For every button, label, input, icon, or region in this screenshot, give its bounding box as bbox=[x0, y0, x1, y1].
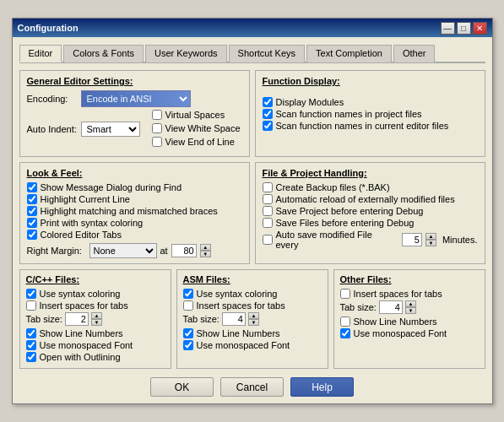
display-modules-row: Display Modules bbox=[263, 97, 478, 107]
window-title: Configuration bbox=[18, 23, 79, 33]
colored-tabs-checkbox[interactable] bbox=[27, 230, 37, 240]
cpp-tab-spin-down[interactable]: ▼ bbox=[91, 319, 102, 326]
cpp-open-outlining-checkbox[interactable] bbox=[26, 352, 36, 362]
other-insert-spaces-checkbox[interactable] bbox=[340, 289, 350, 299]
display-modules-label: Display Modules bbox=[276, 97, 344, 107]
virtual-spaces-checkbox[interactable] bbox=[152, 110, 162, 120]
right-margin-spin-down[interactable]: ▼ bbox=[200, 251, 211, 257]
asm-files-section: ASM Files: Use syntax coloring Insert sp… bbox=[176, 269, 328, 369]
auto-save-checkbox[interactable] bbox=[263, 235, 273, 245]
other-tab-size-input[interactable] bbox=[379, 300, 403, 314]
other-insert-spaces-label: Insert spaces for tabs bbox=[354, 289, 442, 299]
save-project-debug-row: Save Project before entering Debug bbox=[263, 206, 478, 216]
asm-tab-spin-up[interactable]: ▲ bbox=[248, 312, 259, 319]
help-button[interactable]: Help bbox=[290, 377, 354, 397]
other-files-section: Other Files: Insert spaces for tabs Tab … bbox=[333, 269, 485, 369]
right-margin-row: Right Margin: None at ▲ ▼ bbox=[27, 243, 242, 258]
other-tab-spin-down[interactable]: ▼ bbox=[405, 307, 416, 314]
other-tab-spinbuttons: ▲ ▼ bbox=[405, 300, 416, 314]
auto-indent-select[interactable]: Smart bbox=[81, 122, 140, 137]
print-syntax-checkbox[interactable] bbox=[27, 218, 37, 228]
auto-reload-checkbox[interactable] bbox=[263, 194, 273, 204]
other-use-monospaced-label: Use monospaced Font bbox=[354, 328, 447, 338]
view-end-of-line-row: View End of Line bbox=[152, 137, 241, 147]
highlight-current-checkbox[interactable] bbox=[27, 194, 37, 204]
show-message-row: Show Message Dialog during Find bbox=[27, 182, 242, 192]
minimize-button[interactable]: — bbox=[441, 22, 455, 35]
auto-save-spinbuttons: ▲ ▼ bbox=[425, 233, 436, 246]
encoding-select[interactable]: Encode in ANSI bbox=[81, 90, 191, 107]
create-backup-checkbox[interactable] bbox=[263, 182, 273, 192]
close-button[interactable]: ✕ bbox=[473, 22, 487, 35]
asm-syntax-coloring-row: Use syntax coloring bbox=[183, 289, 322, 299]
other-tab-spin-up[interactable]: ▲ bbox=[405, 300, 416, 307]
cpp-tab-spin-up[interactable]: ▲ bbox=[91, 312, 102, 319]
right-margin-select[interactable]: None bbox=[89, 243, 157, 258]
asm-tab-size-label: Tab size: bbox=[183, 314, 219, 324]
highlight-matching-label: Highlight matching and mismatched braces bbox=[41, 206, 218, 216]
cpp-insert-spaces-checkbox[interactable] bbox=[26, 300, 36, 311]
view-end-of-line-label: View End of Line bbox=[165, 137, 235, 147]
save-project-debug-checkbox[interactable] bbox=[263, 206, 273, 216]
right-margin-value[interactable] bbox=[171, 244, 197, 257]
auto-save-minutes-input[interactable] bbox=[402, 233, 422, 246]
asm-use-monospaced-checkbox[interactable] bbox=[183, 340, 193, 350]
auto-save-spin-up[interactable]: ▲ bbox=[425, 233, 436, 240]
scan-project-row: Scan function names in project files bbox=[263, 109, 478, 119]
asm-tab-size-input[interactable] bbox=[222, 312, 246, 326]
cancel-button[interactable]: Cancel bbox=[220, 377, 284, 397]
right-margin-label: Right Margin: bbox=[27, 246, 86, 256]
other-tab-size-row: Tab size: ▲ ▼ bbox=[340, 300, 479, 314]
view-white-space-checkbox[interactable] bbox=[152, 123, 162, 133]
other-show-line-numbers-checkbox[interactable] bbox=[340, 316, 350, 327]
save-files-debug-row: Save Files before entering Debug bbox=[263, 218, 478, 228]
cpp-files-label: C/C++ Files: bbox=[26, 274, 165, 284]
encoding-row: Encoding: Encode in ANSI bbox=[27, 90, 242, 107]
auto-save-label: Auto save modified File every bbox=[276, 230, 395, 250]
tab-colors-fonts[interactable]: Colors & Fonts bbox=[63, 45, 144, 62]
tab-user-keywords[interactable]: User Keywords bbox=[145, 45, 227, 62]
general-editor-label: General Editor Settings: bbox=[27, 76, 242, 86]
highlight-matching-checkbox[interactable] bbox=[27, 206, 37, 216]
maximize-button[interactable]: □ bbox=[457, 22, 471, 35]
asm-show-line-numbers-row: Show Line Numbers bbox=[183, 328, 322, 338]
asm-show-line-numbers-checkbox[interactable] bbox=[183, 328, 193, 338]
ok-button[interactable]: OK bbox=[150, 377, 214, 397]
cpp-use-monospaced-label: Use monospaced Font bbox=[40, 340, 133, 350]
tab-text-completion[interactable]: Text Completion bbox=[306, 45, 392, 62]
top-sections-row: General Editor Settings: Encoding: Encod… bbox=[19, 70, 485, 157]
tab-other[interactable]: Other bbox=[393, 45, 436, 62]
right-margin-spin-up[interactable]: ▲ bbox=[200, 244, 211, 251]
save-files-debug-checkbox[interactable] bbox=[263, 218, 273, 228]
scan-current-checkbox[interactable] bbox=[263, 121, 273, 131]
general-editor-section: General Editor Settings: Encoding: Encod… bbox=[19, 70, 250, 157]
tab-editor[interactable]: Editor bbox=[19, 45, 62, 62]
cpp-open-outlining-label: Open with Outlining bbox=[40, 352, 121, 362]
scan-project-checkbox[interactable] bbox=[263, 109, 273, 119]
tab-shortcut-keys[interactable]: Shortcut Keys bbox=[229, 45, 305, 62]
asm-syntax-coloring-checkbox[interactable] bbox=[183, 289, 193, 299]
cpp-show-line-numbers-label: Show Line Numbers bbox=[40, 328, 123, 338]
cpp-show-line-numbers-checkbox[interactable] bbox=[26, 328, 36, 338]
auto-reload-row: Automatic reload of externally modified … bbox=[263, 194, 478, 204]
asm-tab-spin-down[interactable]: ▼ bbox=[248, 319, 259, 326]
scan-current-row: Scan function names in current editor fi… bbox=[263, 121, 478, 131]
cpp-syntax-coloring-row: Use syntax coloring bbox=[26, 289, 165, 299]
asm-insert-spaces-row: Insert spaces for tabs bbox=[183, 300, 322, 311]
auto-save-row: Auto save modified File every ▲ ▼ Minute… bbox=[263, 230, 478, 250]
middle-sections-row: Look & Feel: Show Message Dialog during … bbox=[19, 162, 485, 264]
auto-save-spin-down[interactable]: ▼ bbox=[425, 240, 436, 246]
cpp-tab-spinbuttons: ▲ ▼ bbox=[91, 312, 102, 326]
minutes-label: Minutes. bbox=[442, 235, 478, 245]
other-use-monospaced-checkbox[interactable] bbox=[340, 328, 350, 338]
view-end-of-line-checkbox[interactable] bbox=[152, 137, 162, 147]
buttons-row: OK Cancel Help bbox=[19, 374, 485, 397]
cpp-syntax-coloring-checkbox[interactable] bbox=[26, 289, 36, 299]
display-modules-checkbox[interactable] bbox=[263, 97, 273, 107]
cpp-use-monospaced-checkbox[interactable] bbox=[26, 340, 36, 350]
asm-insert-spaces-checkbox[interactable] bbox=[183, 300, 193, 311]
cpp-tab-size-label: Tab size: bbox=[26, 314, 62, 324]
show-message-checkbox[interactable] bbox=[27, 182, 37, 192]
cpp-tab-size-input[interactable] bbox=[65, 312, 89, 326]
other-files-label: Other Files: bbox=[340, 274, 479, 284]
